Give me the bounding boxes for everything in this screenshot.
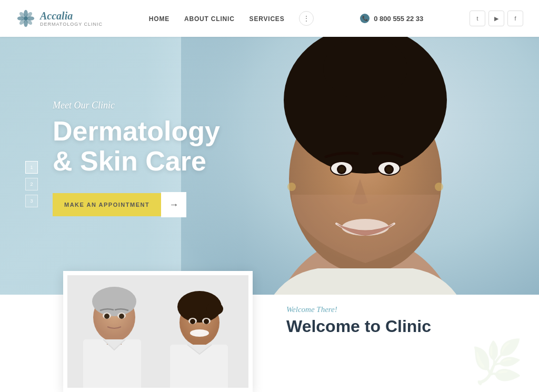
bottom-section: 🌿 Welcome There! Welcome to Clinic — [0, 295, 539, 392]
doctors-image-card — [63, 271, 253, 392]
social-links: t ▶ f — [470, 11, 523, 26]
phone-icon: 📞 — [360, 14, 370, 23]
phone-number: 📞 0 800 555 22 33 — [360, 14, 423, 23]
svg-point-32 — [104, 314, 109, 319]
svg-point-21 — [386, 166, 392, 173]
nav-item-about[interactable]: ABOUT CLINIC — [184, 14, 235, 23]
hero-title: Dermatology & Skin Care — [53, 116, 220, 176]
more-dots-icon: ⋮ — [303, 14, 310, 23]
facebook-icon: f — [514, 15, 516, 22]
slide-indicator-1[interactable]: 1 — [25, 161, 38, 174]
nav-item-home[interactable]: HOME — [149, 14, 169, 23]
welcome-title: Welcome to Clinic — [286, 316, 518, 336]
logo[interactable]: Accalia Dermatology Clinic — [16, 8, 103, 28]
svg-point-29 — [92, 287, 136, 316]
facebook-button[interactable]: f — [507, 11, 523, 26]
appointment-button-arrow[interactable]: → — [161, 192, 186, 217]
svg-point-38 — [206, 303, 223, 315]
svg-point-23 — [287, 183, 296, 191]
svg-point-24 — [435, 183, 443, 191]
slide-indicators: 1 2 3 — [25, 161, 38, 207]
svg-point-20 — [338, 166, 345, 173]
logo-text: Accalia Dermatology Clinic — [40, 10, 103, 27]
nav-more-button[interactable]: ⋮ — [299, 11, 314, 26]
leaf-watermark: 🌿 — [471, 337, 523, 387]
appointment-button[interactable]: MAKE AN APPOINTMENT → — [53, 192, 186, 217]
hero-title-line1: Dermatology — [53, 116, 220, 146]
welcome-section: 🌿 Welcome There! Welcome to Clinic — [265, 295, 539, 392]
hero-title-line2: & Skin Care — [53, 146, 206, 176]
svg-point-43 — [190, 329, 209, 337]
svg-point-41 — [190, 319, 195, 324]
doctors-svg — [67, 275, 248, 388]
brand-name: Accalia — [40, 10, 103, 22]
navbar: Accalia Dermatology Clinic HOME ABOUT CL… — [0, 0, 539, 37]
svg-point-42 — [204, 319, 209, 324]
slide-indicator-3[interactable]: 3 — [25, 195, 38, 207]
brand-subtitle: Dermatology Clinic — [40, 22, 103, 27]
twitter-icon: t — [476, 15, 478, 22]
welcome-tagline: Welcome There! — [286, 305, 518, 314]
hero-tagline: Meet Our Clinic — [53, 100, 220, 111]
youtube-button[interactable]: ▶ — [488, 11, 504, 26]
appointment-button-label[interactable]: MAKE AN APPOINTMENT — [53, 193, 161, 216]
svg-point-13 — [323, 37, 407, 100]
logo-icon — [16, 8, 36, 28]
twitter-button[interactable]: t — [470, 11, 485, 26]
hero-content: Meet Our Clinic Dermatology & Skin Care … — [53, 100, 220, 217]
nav-menu: HOME ABOUT CLINIC SERVICES ⋮ — [149, 11, 314, 26]
doctors-image — [67, 275, 248, 388]
youtube-icon: ▶ — [494, 15, 498, 22]
nav-item-services[interactable]: SERVICES — [249, 14, 285, 23]
slide-indicator-2[interactable]: 2 — [25, 178, 38, 190]
svg-point-33 — [119, 314, 124, 319]
